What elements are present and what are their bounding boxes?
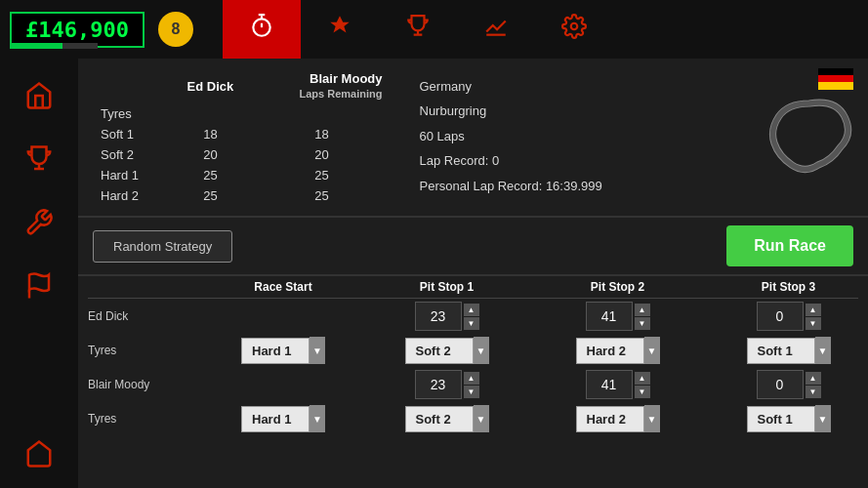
blair-pit2-lap-cell: 41 ▲ ▼	[532, 370, 703, 399]
blair-race-start-tyre-arrow[interactable]: ▼	[310, 405, 325, 432]
blair-hard2: 25	[254, 185, 391, 206]
blair-pit3-lap-down[interactable]: ▼	[806, 386, 821, 398]
track-laps: 60 Laps	[420, 125, 718, 147]
blair-pit1-lap-up[interactable]: ▲	[464, 372, 479, 385]
run-race-button[interactable]: Run Race	[726, 225, 853, 266]
table-row: Hard 2 25 25	[93, 185, 391, 206]
nav-timer[interactable]	[223, 0, 301, 59]
blair-moody-tyres-row: Tyres Hard 1 ▼ Soft 2 ▼ Hard 2 ▼ Soft 1 …	[88, 402, 858, 435]
settings-nav-icon	[561, 14, 587, 45]
house-icon	[24, 439, 54, 468]
sidebar-trophy[interactable]	[10, 132, 68, 185]
ed-pit1-lap-up[interactable]: ▲	[464, 304, 479, 316]
track-map	[765, 95, 853, 183]
ed-soft2: 20	[167, 144, 253, 165]
track-personal-record: Personal Lap Record: 16:39.999	[420, 175, 718, 197]
blair-soft1: 18	[254, 124, 391, 144]
main-content: Ed Dick Blair Moody Laps Remaining Tyres	[78, 59, 868, 488]
blair-moody-name-row: Blair Moody 23 ▲ ▼ 41 ▲ ▼ 0	[88, 367, 858, 402]
blair-pit3-lap-up[interactable]: ▲	[806, 372, 821, 385]
blair-moody-header: Blair Moody Laps Remaining	[254, 68, 391, 103]
blair-pit2-lap-value: 41	[586, 370, 633, 399]
blair-pit1-lap-spinner[interactable]: ▲ ▼	[464, 372, 479, 398]
ed-pit3-tyre-arrow[interactable]: ▼	[815, 337, 831, 364]
ed-pit2-lap-down[interactable]: ▼	[635, 317, 650, 330]
ed-pit1-lap-value: 23	[415, 302, 462, 331]
blair-pit2-tyre-arrow[interactable]: ▼	[644, 405, 660, 432]
ed-tyres-label: Tyres	[88, 344, 205, 357]
blair-pit1-tyre-arrow[interactable]: ▼	[474, 405, 489, 432]
strategy-bar: Random Strategy Run Race	[78, 218, 868, 274]
strategy-icon	[327, 14, 352, 45]
ed-dick-tyres-row: Tyres Hard 1 ▼ Soft 2 ▼ Hard 2 ▼ Soft 1 …	[88, 334, 858, 367]
blair-pit2-lap-up[interactable]: ▲	[635, 372, 650, 385]
chart-icon	[483, 14, 509, 45]
flag-icon	[24, 271, 54, 301]
blair-soft2: 20	[254, 144, 391, 165]
ed-dick-label: Ed Dick	[88, 309, 205, 323]
nav-trophy[interactable]	[379, 0, 457, 59]
nav-strategy[interactable]	[301, 0, 379, 59]
trophy-nav-icon	[405, 14, 431, 45]
ed-pit1-lap-cell: 23 ▲ ▼	[361, 302, 532, 331]
money-display: £146,900	[10, 12, 145, 48]
blair-pit1-tyre-cell: Soft 2 ▼	[361, 405, 532, 432]
ed-pit1-lap-spinner[interactable]: ▲ ▼	[464, 304, 479, 330]
blair-pit2-lap-spinner[interactable]: ▲ ▼	[635, 372, 650, 398]
ed-pit3-lap-down[interactable]: ▼	[806, 317, 821, 330]
nav-settings[interactable]	[535, 0, 613, 59]
ed-pit2-tyre[interactable]: Hard 2	[576, 338, 644, 364]
pit-stop-3-header: Pit Stop 3	[703, 280, 868, 294]
table-row: Soft 1 18 18	[93, 124, 391, 144]
blair-pit3-tyre-arrow[interactable]: ▼	[815, 405, 831, 432]
ed-pit1-tyre-cell: Soft 2 ▼	[361, 337, 532, 364]
ed-pit1-tyre[interactable]: Soft 2	[405, 338, 474, 364]
blair-pit3-lap-value: 0	[757, 370, 804, 399]
blair-pit2-tyre[interactable]: Hard 2	[576, 406, 644, 432]
blair-pit2-lap-down[interactable]: ▼	[635, 386, 650, 398]
track-lap-record: Lap Record: 0	[420, 149, 718, 172]
ed-race-start-tyre-arrow[interactable]: ▼	[310, 337, 325, 364]
ed-race-start-tyre[interactable]: Hard 1	[241, 338, 310, 364]
ed-pit2-tyre-arrow[interactable]: ▼	[644, 337, 660, 364]
ed-race-start-tyre-cell: Hard 1 ▼	[205, 337, 361, 364]
ed-pit3-tyre[interactable]: Soft 1	[747, 338, 815, 364]
wrench-icon	[24, 208, 54, 237]
ed-pit2-lap-up[interactable]: ▲	[635, 304, 650, 316]
blair-pit1-tyre[interactable]: Soft 2	[405, 406, 474, 432]
table-row: Hard 1 25 25	[93, 165, 391, 185]
blair-race-start-tyre[interactable]: Hard 1	[241, 406, 310, 432]
ed-pit2-lap-spinner[interactable]: ▲ ▼	[635, 304, 650, 330]
sidebar-home-bottom[interactable]	[10, 427, 68, 480]
pit-stop-2-header: Pit Stop 2	[532, 280, 703, 294]
blair-pit3-tyre[interactable]: Soft 1	[747, 406, 815, 432]
top-navigation	[223, 0, 868, 59]
sidebar-home[interactable]	[10, 68, 68, 122]
blair-pit3-lap-spinner[interactable]: ▲ ▼	[806, 372, 821, 398]
blair-pit3-tyre-cell: Soft 1 ▼	[703, 405, 868, 432]
track-country: Germany	[420, 75, 718, 98]
random-strategy-button[interactable]: Random Strategy	[93, 230, 232, 263]
ed-pit2-lap-cell: 41 ▲ ▼	[532, 302, 703, 331]
row-label-hard1: Hard 1	[93, 165, 167, 185]
german-flag	[818, 68, 853, 90]
strategy-header: Race Start Pit Stop 1 Pit Stop 2 Pit Sto…	[88, 276, 858, 299]
row-label-soft1: Soft 1	[93, 124, 167, 144]
ed-dick-name-row: Ed Dick 23 ▲ ▼ 41 ▲ ▼ 0	[88, 299, 858, 334]
ed-soft1: 18	[167, 124, 253, 144]
blair-pit1-lap-down[interactable]: ▼	[464, 386, 479, 398]
ed-pit1-lap-down[interactable]: ▼	[464, 317, 479, 330]
tyres-col-header	[93, 68, 167, 103]
ed-pit3-lap-spinner[interactable]: ▲ ▼	[806, 304, 821, 330]
trophy-icon	[24, 144, 54, 174]
ed-pit3-lap-cell: 0 ▲ ▼	[703, 302, 868, 331]
ed-pit1-tyre-arrow[interactable]: ▼	[474, 337, 489, 364]
sidebar-flag[interactable]	[10, 259, 68, 312]
blair-hard1: 25	[254, 165, 391, 185]
blair-race-start-tyre-cell: Hard 1 ▼	[205, 405, 361, 432]
svg-point-5	[571, 23, 578, 30]
blair-moody-label: Blair Moody	[88, 378, 205, 391]
ed-pit3-lap-up[interactable]: ▲	[806, 304, 821, 316]
sidebar-wrench[interactable]	[10, 195, 68, 249]
nav-chart[interactable]	[457, 0, 535, 59]
